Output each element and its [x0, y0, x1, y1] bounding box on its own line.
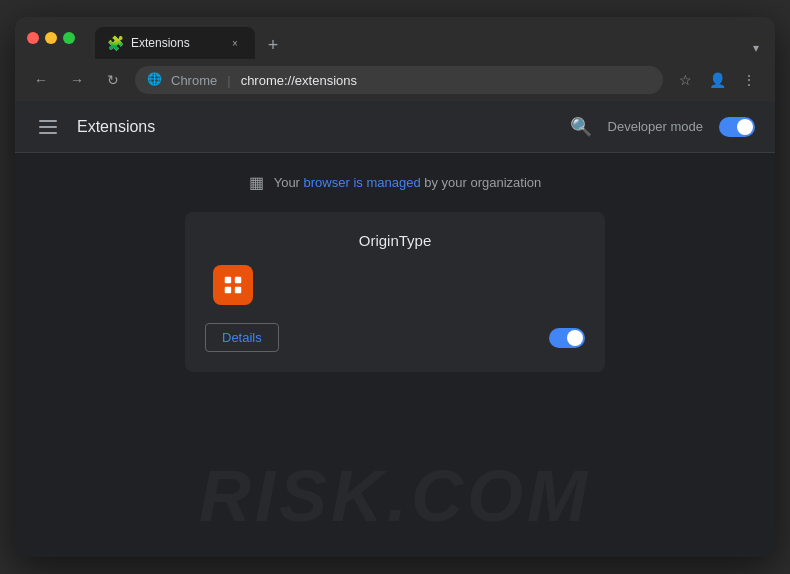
tab-close-button[interactable]: × — [227, 35, 243, 51]
extension-toggle-knob — [567, 330, 583, 346]
svg-rect-3 — [235, 287, 241, 293]
extension-icon — [213, 265, 253, 305]
extension-card-footer: Details — [205, 323, 585, 352]
refresh-button[interactable]: ↻ — [99, 66, 127, 94]
developer-mode-label: Developer mode — [608, 119, 703, 134]
managed-icon: ▦ — [249, 173, 264, 192]
new-tab-button[interactable]: + — [259, 31, 287, 59]
address-chrome-text: Chrome — [171, 73, 217, 88]
svg-rect-1 — [235, 277, 241, 283]
managed-banner: ▦ Your browser is managed by your organi… — [249, 173, 542, 192]
tab-list-chevron[interactable]: ▾ — [749, 37, 763, 59]
content-area: ▦ Your browser is managed by your organi… — [15, 153, 775, 557]
chrome-menu-button[interactable]: ⋮ — [735, 66, 763, 94]
extensions-page-title: Extensions — [77, 118, 155, 136]
traffic-lights — [27, 32, 75, 44]
browser-window: 🧩 Extensions × + ▾ ← → ↻ 🌐 Chrome | chro… — [15, 17, 775, 557]
forward-button[interactable]: → — [63, 66, 91, 94]
extension-icon-svg — [222, 274, 244, 296]
svg-rect-0 — [225, 277, 231, 283]
svg-rect-2 — [225, 287, 231, 293]
extension-icon-area — [205, 265, 585, 305]
managed-link[interactable]: browser is managed — [304, 175, 421, 190]
bookmark-button[interactable]: ☆ — [671, 66, 699, 94]
header-right-controls: 🔍 Developer mode — [570, 116, 755, 138]
extension-enabled-toggle[interactable] — [549, 328, 585, 348]
watermark: RISK.COM — [199, 455, 591, 537]
active-tab[interactable]: 🧩 Extensions × — [95, 27, 255, 59]
hamburger-line-1 — [39, 120, 57, 122]
developer-mode-toggle[interactable] — [719, 117, 755, 137]
address-favicon: 🌐 — [147, 72, 163, 88]
managed-text-before: Your — [274, 175, 304, 190]
extension-card: OriginType Details — [185, 212, 605, 372]
extension-name: OriginType — [205, 232, 585, 249]
search-button[interactable]: 🔍 — [570, 116, 592, 138]
address-divider: | — [227, 73, 230, 88]
hamburger-menu-button[interactable] — [35, 116, 61, 138]
address-bar: ← → ↻ 🌐 Chrome | chrome://extensions ☆ 👤… — [15, 59, 775, 101]
tab-label: Extensions — [131, 36, 219, 50]
hamburger-line-3 — [39, 132, 57, 134]
hamburger-line-2 — [39, 126, 57, 128]
tab-puzzle-icon: 🧩 — [107, 35, 123, 51]
extensions-page: Extensions 🔍 Developer mode ▦ Your brows… — [15, 101, 775, 557]
address-actions: ☆ 👤 ⋮ — [671, 66, 763, 94]
managed-text-after: by your organization — [421, 175, 542, 190]
managed-text: Your browser is managed by your organiza… — [274, 175, 542, 190]
tab-bar-end: ▾ — [749, 37, 763, 59]
minimize-traffic-light[interactable] — [45, 32, 57, 44]
maximize-traffic-light[interactable] — [63, 32, 75, 44]
tab-bar: 🧩 Extensions × + ▾ — [95, 17, 763, 59]
extensions-header: Extensions 🔍 Developer mode — [15, 101, 775, 153]
details-button[interactable]: Details — [205, 323, 279, 352]
close-traffic-light[interactable] — [27, 32, 39, 44]
title-bar: 🧩 Extensions × + ▾ — [15, 17, 775, 59]
profile-button[interactable]: 👤 — [703, 66, 731, 94]
developer-mode-toggle-knob — [737, 119, 753, 135]
address-input[interactable]: 🌐 Chrome | chrome://extensions — [135, 66, 663, 94]
back-button[interactable]: ← — [27, 66, 55, 94]
address-url: chrome://extensions — [241, 73, 357, 88]
